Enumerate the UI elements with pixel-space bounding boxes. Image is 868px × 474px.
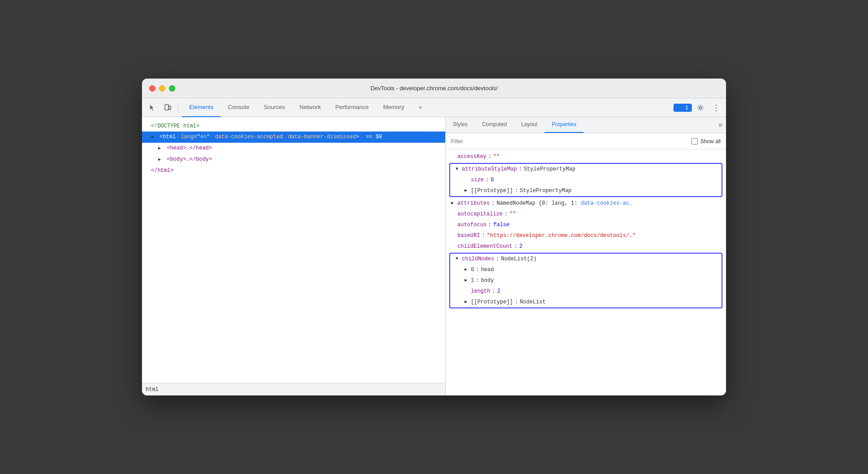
tab-performance[interactable]: Performance: [328, 98, 376, 117]
head-line[interactable]: ▶ <head>…</head>: [142, 143, 445, 154]
tab-properties[interactable]: Properties: [545, 117, 584, 133]
prop-autocapitalize: ▶ autocapitalize : "": [446, 209, 726, 219]
html-close-line: </html>: [142, 165, 445, 176]
device-toolbar-button[interactable]: [161, 101, 174, 114]
devtools-window: DevTools - developer.chrome.com/docs/dev…: [142, 79, 726, 395]
tab-console[interactable]: Console: [221, 98, 257, 117]
svg-rect-1: [169, 106, 171, 110]
tab-elements[interactable]: Elements: [182, 98, 221, 117]
prop-prototype-stylemap[interactable]: ▶ [[Prototype]] : StylePropertyMap: [450, 185, 722, 196]
notification-badge[interactable]: 1: [673, 104, 692, 112]
close-button[interactable]: [149, 85, 155, 92]
window-title: DevTools - developer.chrome.com/docs/dev…: [370, 85, 497, 92]
maximize-button[interactable]: [169, 85, 175, 92]
prop-attributestylemap[interactable]: ▼ attributeStyleMap : StylePropertyMap: [450, 164, 722, 175]
tab-styles[interactable]: Styles: [446, 117, 475, 133]
childnode-1-arrow[interactable]: ▶: [465, 276, 471, 285]
prototype-arrow[interactable]: ▶: [465, 186, 471, 195]
tab-computed[interactable]: Computed: [475, 117, 514, 133]
show-all-label: Show all: [691, 138, 721, 145]
titlebar: DevTools - developer.chrome.com/docs/dev…: [142, 79, 726, 98]
tab-more[interactable]: »: [412, 98, 429, 117]
prop-prototype-nodelist[interactable]: ▶ [[Prototype]] : NodeList: [450, 297, 722, 307]
toolbar-right: 1 ⋮: [673, 101, 722, 114]
attributes-arrow[interactable]: ▶: [451, 199, 457, 208]
html-arrow[interactable]: ▼: [151, 133, 156, 142]
svg-rect-2: [678, 105, 683, 109]
html-element-line[interactable]: ▼ <html lang="en" data-cookies-accepted …: [142, 132, 445, 143]
body-arrow[interactable]: ▶: [158, 155, 164, 164]
prop-size: ▶ size : 0: [450, 175, 722, 185]
dom-breadcrumb: html: [142, 383, 445, 395]
prop-childelementcount: ▶ childElementCount : 2: [446, 241, 726, 252]
show-all-checkbox[interactable]: [691, 138, 698, 145]
gear-icon: [697, 104, 704, 111]
right-panel-more-button[interactable]: »: [715, 117, 726, 133]
prop-autofocus: ▶ autofocus : false: [446, 219, 726, 230]
tab-sources[interactable]: Sources: [257, 98, 292, 117]
minimize-button[interactable]: [159, 85, 165, 92]
dom-panel: <!DOCTYPE html> ▼ <html lang="en" data-c…: [142, 117, 446, 395]
properties-list: ▶ accessKey : "" ▼ attributeStyleMap : S…: [446, 149, 726, 395]
traffic-lights: [149, 85, 175, 92]
body-line[interactable]: ▶ <body>…</body>: [142, 154, 445, 165]
tab-network[interactable]: Network: [292, 98, 328, 117]
devtools-tabs: Elements Console Sources Network Perform…: [182, 98, 672, 117]
childnode-0-arrow[interactable]: ▶: [465, 265, 471, 274]
tab-layout[interactable]: Layout: [514, 117, 545, 133]
cursor-icon-button[interactable]: [146, 101, 159, 114]
tab-memory[interactable]: Memory: [376, 98, 412, 117]
prop-length: ▶ length : 2: [450, 286, 722, 297]
cursor-icon: [149, 104, 156, 111]
doctype-line: <!DOCTYPE html>: [142, 121, 445, 132]
prop-baseuri: ▶ baseURI : "https://developer.chrome.co…: [446, 230, 726, 241]
attributestylemap-arrow[interactable]: ▼: [456, 165, 462, 174]
prop-childnode-1[interactable]: ▶ 1 : body: [450, 275, 722, 286]
toolbar-divider-1: [178, 102, 178, 113]
attribute-style-map-group: ▼ attributeStyleMap : StylePropertyMap ▶…: [449, 163, 722, 197]
filter-input[interactable]: [451, 138, 688, 145]
devtools-main: <!DOCTYPE html> ▼ <html lang="en" data-c…: [142, 117, 726, 395]
svg-point-4: [700, 106, 702, 109]
settings-button[interactable]: [694, 101, 707, 114]
filter-bar: Show all: [446, 133, 726, 149]
svg-marker-3: [678, 109, 680, 110]
svg-rect-0: [165, 105, 168, 110]
chat-icon: [677, 105, 683, 111]
childnodes-arrow[interactable]: ▼: [456, 255, 462, 263]
right-panel-tabs: Styles Computed Layout Properties »: [446, 117, 726, 133]
prop-childnode-0[interactable]: ▶ 0 : head: [450, 264, 722, 275]
more-options-button[interactable]: ⋮: [709, 101, 722, 114]
right-panel: Styles Computed Layout Properties » Sh: [446, 117, 726, 395]
nodelist-prototype-arrow[interactable]: ▶: [465, 298, 471, 307]
prop-childnodes[interactable]: ▼ childNodes : NodeList(2): [450, 254, 722, 264]
prop-attributes[interactable]: ▶ attributes : NamedNodeMap {0: lang, 1:…: [446, 198, 726, 209]
head-arrow[interactable]: ▶: [158, 144, 164, 153]
device-icon: [164, 104, 171, 111]
prop-accesskey: ▶ accessKey : "": [446, 151, 726, 162]
childnodes-group: ▼ childNodes : NodeList(2) ▶ 0 : head ▶ …: [449, 253, 722, 308]
devtools-toolbar: Elements Console Sources Network Perform…: [142, 98, 726, 117]
